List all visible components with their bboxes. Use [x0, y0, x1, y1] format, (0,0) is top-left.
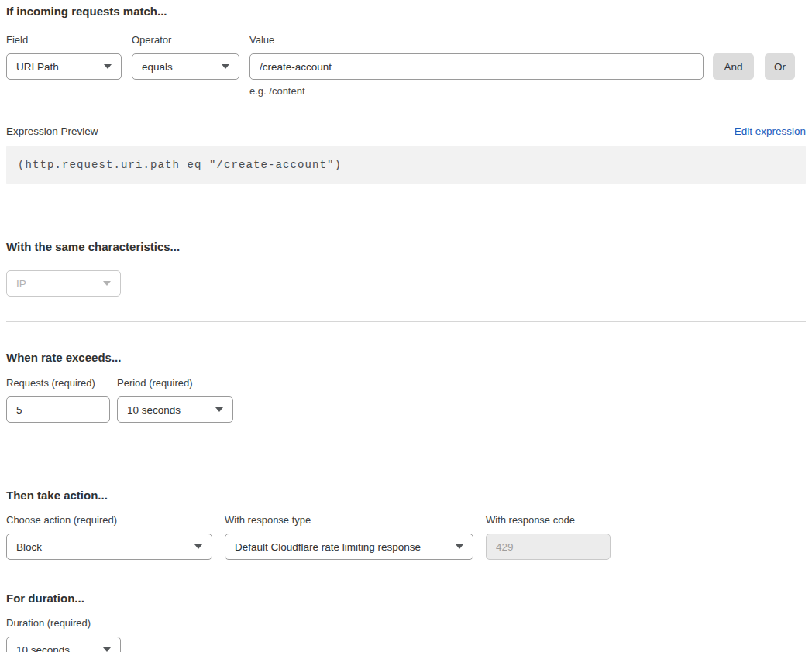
response-type-select-value: Default Cloudflare rate limiting respons… [235, 541, 421, 553]
value-input[interactable] [249, 53, 704, 80]
value-column: Value e.g. /content [249, 35, 704, 97]
field-label: Field [6, 35, 122, 46]
edit-expression-link[interactable]: Edit expression [735, 125, 806, 137]
action-section-title: Then take action... [6, 489, 806, 503]
operator-select[interactable]: equals [132, 53, 239, 80]
requests-label: Requests (required) [6, 378, 110, 389]
duration-section-title: For duration... [6, 592, 806, 606]
chevron-down-icon [194, 544, 202, 549]
and-button[interactable]: And [713, 53, 754, 80]
characteristic-select-value: IP [16, 278, 26, 290]
field-select-value: URI Path [16, 61, 59, 73]
expression-preview-label: Expression Preview [6, 125, 98, 137]
duration-select-value: 10 seconds [16, 644, 70, 652]
response-code-input [486, 534, 611, 560]
operator-select-value: equals [142, 61, 173, 73]
value-hint: e.g. /content [249, 85, 704, 97]
response-code-label: With response code [486, 515, 611, 526]
duration-select[interactable]: 10 seconds [6, 637, 121, 652]
expression-preview-code: (http.request.uri.path eq "/create-accou… [6, 146, 806, 184]
chevron-down-icon [104, 64, 112, 69]
requests-input[interactable] [6, 396, 110, 423]
period-select-value: 10 seconds [127, 404, 181, 416]
response-type-column: With response type Default Cloudflare ra… [225, 515, 473, 560]
section-divider [6, 321, 806, 322]
choose-action-label: Choose action (required) [6, 515, 212, 526]
chevron-down-icon [222, 64, 229, 69]
section-divider [6, 211, 806, 211]
duration-column: Duration (required) 10 seconds [6, 618, 121, 652]
choose-action-column: Choose action (required) Block [6, 515, 212, 560]
requests-column: Requests (required) [6, 378, 110, 423]
value-label: Value [249, 35, 704, 46]
rate-limiting-rule-form: If incoming requests match... Field URI … [0, 0, 812, 652]
chevron-down-icon [215, 407, 223, 412]
field-select[interactable]: URI Path [6, 53, 122, 80]
response-type-select[interactable]: Default Cloudflare rate limiting respons… [225, 534, 473, 560]
field-column: Field URI Path [6, 35, 122, 80]
action-row: Choose action (required) Block With resp… [6, 515, 806, 560]
response-type-label: With response type [225, 515, 473, 526]
rate-section-title: When rate exceeds... [6, 351, 806, 365]
join-buttons: And Or [704, 53, 795, 80]
rate-row: Requests (required) Period (required) 10… [6, 378, 806, 423]
period-column: Period (required) 10 seconds [117, 378, 233, 423]
match-condition-row: Field URI Path Operator equals Value e.g… [6, 35, 806, 97]
expression-preview-header: Expression Preview Edit expression [6, 125, 806, 137]
operator-label: Operator [132, 35, 239, 46]
choose-action-select-value: Block [16, 541, 42, 553]
chevron-down-icon [103, 647, 111, 652]
chevron-down-icon [103, 281, 111, 286]
match-section-title: If incoming requests match... [6, 5, 806, 19]
duration-label: Duration (required) [6, 618, 121, 629]
chevron-down-icon [456, 544, 463, 549]
or-button[interactable]: Or [765, 53, 795, 80]
period-select[interactable]: 10 seconds [117, 396, 233, 423]
characteristics-section-title: With the same characteristics... [6, 240, 806, 254]
characteristic-select: IP [6, 270, 121, 297]
section-divider [6, 458, 806, 458]
choose-action-select[interactable]: Block [6, 534, 212, 560]
response-code-column: With response code [486, 515, 611, 560]
operator-column: Operator equals [132, 35, 239, 80]
period-label: Period (required) [117, 378, 233, 389]
